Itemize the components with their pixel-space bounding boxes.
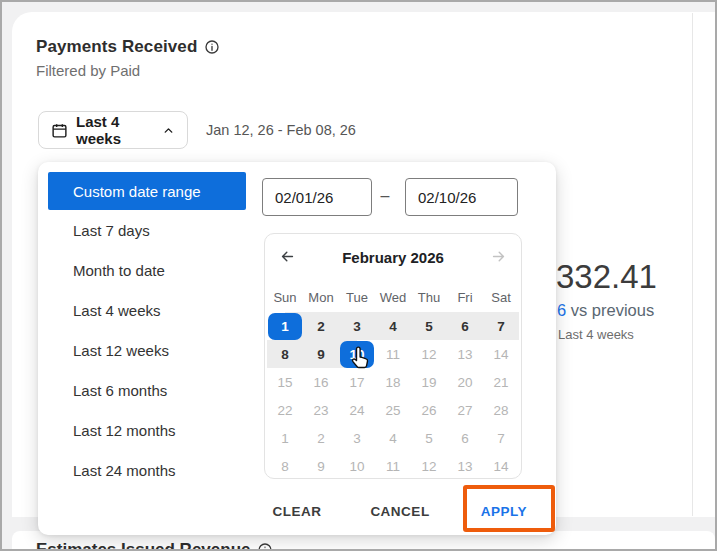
calendar-day-cell: 2 [303,424,339,452]
calendar-day-cell: 20 [447,368,483,396]
preset-option[interactable]: Last 6 months [38,370,258,410]
calendar-day-cell: 23 [303,396,339,424]
day-name-label: Mon [303,290,339,305]
preset-option[interactable]: Last 12 weeks [38,330,258,370]
calendar-day-cell[interactable]: 5 [411,312,447,340]
calendar-month-title: February 2026 [265,249,521,266]
calendar-day-cell: 13 [447,340,483,368]
calendar-header: February 2026 [265,247,521,269]
preset-option[interactable]: Month to date [38,250,258,290]
calendar-day-cell: 12 [411,340,447,368]
preset-list: Custom date rangeLast 7 daysMonth to dat… [38,172,258,490]
previous-month-arrow-icon[interactable] [279,248,296,269]
calendar-day-cell[interactable]: 9 [303,340,339,368]
day-name-label: Wed [375,290,411,305]
calendar-day-cell[interactable]: 6 [447,312,483,340]
estimates-section-title: Estimates Issued Revenue [36,540,273,551]
calendar-day-cell: 8 [267,452,303,480]
calendar-day-cell: 14 [483,340,519,368]
range-button-label: Last 4 weeks [76,113,152,147]
calendar-day-cell[interactable]: 10 [339,340,375,368]
calendar-day-cell[interactable]: 4 [375,312,411,340]
calendar-grid: 1234567891011121314151617181920212223242… [267,312,519,480]
stat-period-caption: Last 4 weeks [558,327,634,342]
day-name-label: Sat [483,290,519,305]
calendar-week-row: 891011121314 [267,340,519,368]
calendar-day-cell[interactable]: 8 [267,340,303,368]
calendar-icon [51,122,68,139]
filter-subtitle: Filtered by Paid [36,62,140,79]
preset-option[interactable]: Last 24 months [38,450,258,490]
calendar-day-cell: 16 [303,368,339,396]
stat-value-fragment: 332.41 [556,258,657,296]
info-icon[interactable] [257,542,273,551]
day-name-label: Fri [447,290,483,305]
calendar-day-cell: 18 [375,368,411,396]
calendar-day-cell: 5 [411,424,447,452]
preset-option[interactable]: Custom date range [48,172,246,210]
calendar-day-cell[interactable]: 1 [267,312,303,340]
calendar-day-cell: 11 [375,340,411,368]
info-icon[interactable] [204,39,220,55]
calendar-day-cell: 1 [267,424,303,452]
stat-change-highlight: 6 [557,301,566,319]
apply-highlight-annotation [463,485,555,532]
calendar-day-cell: 12 [411,452,447,480]
calendar-day-cell[interactable]: 2 [303,312,339,340]
stat-change-label: vs previous [566,301,654,319]
payments-received-title: Payments Received [36,37,197,57]
calendar-day-cell: 28 [483,396,519,424]
day-name-label: Tue [339,290,375,305]
calendar-card: February 2026 SunMonTueWedThuFriSat 1234… [264,233,522,479]
calendar-week-row: 22232425262728 [267,396,519,424]
calendar-week-row: 1234567 [267,312,519,340]
calendar-day-cell[interactable]: 7 [483,312,519,340]
calendar-day-cell: 14 [483,452,519,480]
date-range-separator: – [375,187,395,205]
calendar-day-cell: 9 [303,452,339,480]
calendar-day-cell[interactable]: 3 [339,312,375,340]
calendar-day-cell: 15 [267,368,303,396]
date-range-popup: Custom date rangeLast 7 daysMonth to dat… [38,162,556,535]
calendar-day-cell: 26 [411,396,447,424]
calendar-day-cell: 22 [267,396,303,424]
calendar-day-cell: 21 [483,368,519,396]
calendar-day-cell: 25 [375,396,411,424]
calendar-day-cell: 4 [375,424,411,452]
calendar-day-cell: 17 [339,368,375,396]
preset-option[interactable]: Last 7 days [38,210,258,250]
day-name-label: Thu [411,290,447,305]
cancel-button[interactable]: CANCEL [364,500,435,523]
calendar-week-row: 15161718192021 [267,368,519,396]
end-date-input[interactable] [405,178,518,216]
preset-option[interactable]: Last 12 months [38,410,258,450]
calendar-day-cell: 24 [339,396,375,424]
calendar-day-cell: 3 [339,424,375,452]
column-divider [692,13,693,516]
date-range-dropdown-button[interactable]: Last 4 weeks [38,111,188,149]
next-month-arrow-icon[interactable] [490,248,507,269]
calendar-week-row: 1234567 [267,424,519,452]
day-name-label: Sun [267,290,303,305]
chevron-up-icon [162,124,175,137]
clear-button[interactable]: CLEAR [267,500,328,523]
calendar-day-cell: 13 [447,452,483,480]
estimates-title-text: Estimates Issued Revenue [36,540,250,551]
preset-option[interactable]: Last 4 weeks [38,290,258,330]
selected-range-caption: Jan 12, 26 - Feb 08, 26 [206,122,356,138]
calendar-day-cell: 11 [375,452,411,480]
calendar-day-cell: 19 [411,368,447,396]
calendar-day-names: SunMonTueWedThuFriSat [267,290,519,305]
page-title: Payments Received [36,37,220,57]
calendar-week-row: 891011121314 [267,452,519,480]
stat-change-text: 6 vs previous [557,301,654,320]
calendar-day-cell: 6 [447,424,483,452]
start-date-input[interactable] [262,178,372,216]
calendar-day-cell: 10 [339,452,375,480]
calendar-day-cell: 27 [447,396,483,424]
calendar-day-cell: 7 [483,424,519,452]
